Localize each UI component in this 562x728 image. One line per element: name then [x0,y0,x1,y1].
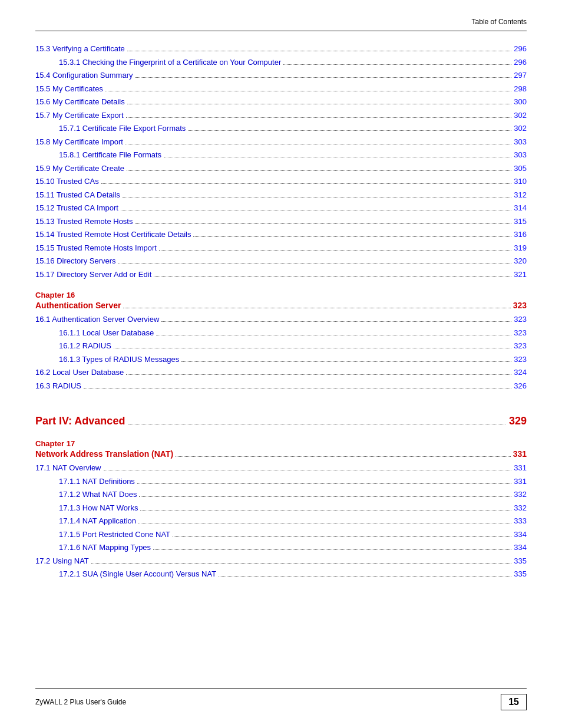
toc-link[interactable]: 15.13 Trusted Remote Hosts [35,216,133,228]
part4-dots [128,424,505,424]
chapter17-block: Chapter 17 Network Address Translation (… [35,439,527,459]
toc-link[interactable]: 15.3.1 Checking the Fingerprint of a Cer… [59,57,281,68]
toc-link[interactable]: 15.7 My Certificate Export [35,110,124,121]
toc-link[interactable]: 15.11 Trusted CA Details [35,189,120,201]
toc-link[interactable]: 15.10 Trusted CAs [35,176,99,187]
toc-dots [84,388,511,388]
toc-entry: 15.3 Verifying a Certificate296 [35,43,527,55]
toc-link[interactable]: 15.15 Trusted Remote Hosts Import [35,242,157,254]
toc-page: 334 [514,542,527,554]
toc-link[interactable]: 16.3 RADIUS [35,380,81,392]
toc-entry: 17.2 Using NAT335 [35,555,527,567]
toc-link[interactable]: 15.5 My Certificates [35,83,103,95]
toc-page: 316 [514,229,527,241]
chapter17-label: Chapter 17 [35,439,527,448]
chapter17-title-row: Network Address Translation (NAT) 331 [35,449,527,459]
toc-entry: 17.1 NAT Overview331 [35,462,527,474]
toc-entry: 16.2 Local User Database324 [35,367,527,378]
toc-dots [139,496,511,497]
chapter16-title: Authentication Server [35,301,121,310]
toc-link[interactable]: 15.17 Directory Server Add or Edit [35,269,151,281]
toc-link[interactable]: 15.14 Trusted Remote Host Certificate De… [35,229,191,241]
toc-entry: 16.1.3 Types of RADIUS Messages323 [35,354,527,365]
toc-dots [173,536,511,537]
toc-page: 296 [514,57,527,68]
toc-link[interactable]: 15.8 My Certificate Import [35,136,123,148]
toc-page: 326 [514,380,527,392]
toc-page: 297 [514,70,527,81]
toc-link[interactable]: 17.1 NAT Overview [35,462,101,474]
toc-entry: 15.7.1 Certificate File Export Formats30… [35,123,527,134]
chapter17-dots [176,456,510,457]
toc-entry: 16.3 RADIUS326 [35,380,527,392]
chapter16-title-row: Authentication Server 323 [35,301,527,310]
toc-dots [164,157,511,157]
toc-link[interactable]: 17.1.2 What NAT Does [59,489,137,500]
toc-dots [283,64,511,65]
toc-entry: 15.8 My Certificate Import303 [35,136,527,148]
toc-entry: 17.1.4 NAT Application333 [35,515,527,527]
toc-page: 303 [514,136,527,148]
toc-page: 303 [514,149,527,161]
toc-dots [153,549,511,550]
toc-dots [137,483,511,484]
toc-link[interactable]: 15.4 Configuration Summary [35,70,133,81]
toc-entry: 16.1.2 RADIUS323 [35,340,527,352]
part4-title-row: Part IV: Advanced 329 [35,415,527,427]
toc-entry: 17.1.2 What NAT Does332 [35,489,527,500]
toc-link[interactable]: 15.12 Trusted CA Import [35,202,118,214]
toc-dots [135,223,511,224]
chapter16-block: Chapter 16 Authentication Server 323 [35,291,527,310]
toc-link[interactable]: 17.1.6 NAT Mapping Types [59,542,151,554]
toc-link[interactable]: 15.6 My Certificate Details [35,96,125,108]
toc-link[interactable]: 17.2 Using NAT [35,555,89,567]
toc-dots [118,263,512,263]
toc-link[interactable]: 17.2.1 SUA (Single User Account) Versus … [59,568,216,580]
toc-link[interactable]: 15.9 My Certificate Create [35,163,124,174]
toc-link[interactable]: 17.1.4 NAT Application [59,515,136,527]
toc-link[interactable]: 16.1 Authentication Server Overview [35,314,159,325]
toc-dots [104,470,512,470]
toc-entry: 17.1.3 How NAT Works332 [35,502,527,514]
toc-link[interactable]: 16.2 Local User Database [35,367,124,378]
header-title: Table of Contents [472,18,527,26]
toc-entry: 15.9 My Certificate Create305 [35,163,527,174]
chapter16-dots [123,308,510,308]
toc-entry: 15.13 Trusted Remote Hosts315 [35,216,527,228]
toc-page: 300 [514,96,527,108]
toc-entry: 17.1.6 NAT Mapping Types334 [35,542,527,554]
toc-link[interactable]: 17.1.1 NAT Definitions [59,476,135,487]
toc-page: 335 [514,568,527,580]
toc-link[interactable]: 15.7.1 Certificate File Export Formats [59,123,186,134]
toc-dots [101,183,512,184]
toc-dots [135,77,511,78]
toc-page: 298 [514,83,527,95]
toc-dots [140,510,511,510]
toc-dots [161,321,511,322]
toc-link[interactable]: 15.16 Directory Servers [35,255,116,267]
toc-page: 331 [514,462,527,474]
toc-link[interactable]: 16.1.1 Local User Database [59,327,154,339]
toc-link[interactable]: 16.1.2 RADIUS [59,340,111,352]
toc-dots [159,250,511,251]
toc-entry: 15.7 My Certificate Export302 [35,110,527,121]
toc-link[interactable]: 15.3 Verifying a Certificate [35,43,125,55]
page-header: Table of Contents [35,18,527,31]
toc-entry: 15.5 My Certificates298 [35,83,527,95]
toc-entry: 15.12 Trusted CA Import314 [35,202,527,214]
toc-dots [219,576,511,577]
toc-dots [121,210,511,210]
toc-entry: 15.6 My Certificate Details300 [35,96,527,108]
chapter15-entries: 15.3 Verifying a Certificate29615.3.1 Ch… [35,43,527,280]
toc-page: 331 [514,476,527,487]
chapter16-entries: 16.1 Authentication Server Overview32316… [35,314,527,391]
footer-left: ZyWALL 2 Plus User's Guide [35,698,126,706]
toc-link[interactable]: 16.1.3 Types of RADIUS Messages [59,354,179,365]
toc-dots [156,335,511,335]
toc-link[interactable]: 15.8.1 Certificate File Formats [59,149,161,161]
toc-entry: 17.1.1 NAT Definitions331 [35,476,527,487]
toc-link[interactable]: 17.1.5 Port Restricted Cone NAT [59,529,170,541]
toc-entry: 15.3.1 Checking the Fingerprint of a Cer… [35,57,527,68]
toc-dots [127,104,512,104]
toc-link[interactable]: 17.1.3 How NAT Works [59,502,138,514]
